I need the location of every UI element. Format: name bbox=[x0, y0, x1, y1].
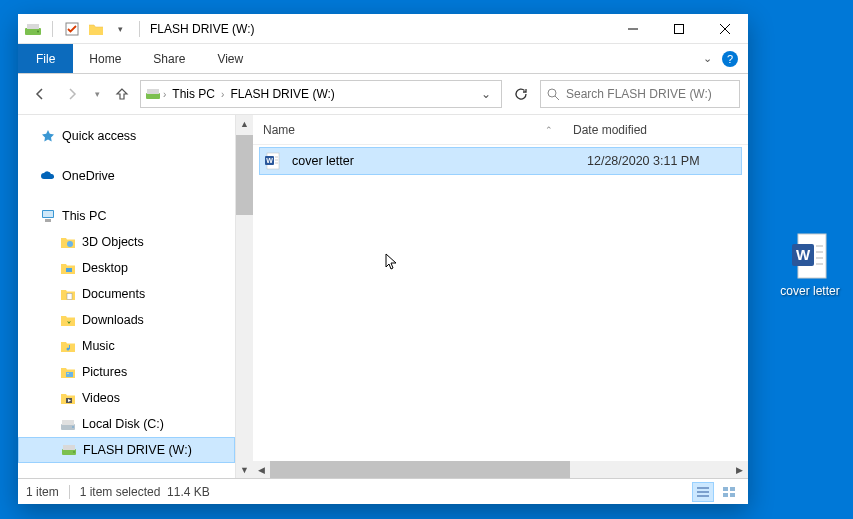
window-controls bbox=[610, 14, 748, 44]
sidebar-pictures[interactable]: Pictures bbox=[18, 359, 235, 385]
sidebar-item-label: OneDrive bbox=[62, 169, 115, 183]
folder-icon bbox=[60, 260, 76, 276]
svg-text:W: W bbox=[796, 246, 811, 263]
svg-point-21 bbox=[67, 372, 69, 374]
recent-dropdown-icon[interactable]: ▾ bbox=[90, 80, 104, 108]
svg-rect-17 bbox=[67, 293, 72, 299]
scroll-right-icon[interactable]: ▶ bbox=[731, 461, 748, 478]
sort-indicator-icon: ⌃ bbox=[545, 125, 553, 135]
file-tab[interactable]: File bbox=[18, 44, 73, 73]
help-button[interactable]: ? bbox=[722, 51, 738, 67]
up-button[interactable] bbox=[108, 80, 136, 108]
sidebar-3d-objects[interactable]: 3D Objects bbox=[18, 229, 235, 255]
svg-rect-19 bbox=[69, 345, 70, 349]
status-bar: 1 item 1 item selected 11.4 KB bbox=[18, 478, 748, 504]
sidebar-item-label: Videos bbox=[82, 391, 120, 405]
tab-share[interactable]: Share bbox=[137, 44, 201, 73]
drive-icon bbox=[61, 442, 77, 458]
breadcrumb-drive[interactable]: FLASH DRIVE (W:) bbox=[226, 87, 338, 101]
refresh-button[interactable] bbox=[506, 80, 536, 108]
column-date[interactable]: Date modified bbox=[573, 123, 748, 137]
svg-rect-24 bbox=[62, 420, 74, 425]
word-document-icon: W bbox=[790, 232, 830, 280]
tab-view[interactable]: View bbox=[201, 44, 259, 73]
view-switcher bbox=[692, 482, 740, 502]
sidebar-item-label: Music bbox=[82, 339, 115, 353]
details-view-button[interactable] bbox=[692, 482, 714, 502]
sidebar-videos[interactable]: Videos bbox=[18, 385, 235, 411]
explorer-body: Quick access OneDrive This PC 3D Objects bbox=[18, 114, 748, 478]
column-headers: Name ⌃ Date modified bbox=[253, 115, 748, 145]
sidebar-onedrive[interactable]: OneDrive bbox=[18, 163, 235, 189]
chevron-right-icon[interactable]: › bbox=[163, 89, 166, 100]
folder-icon bbox=[60, 312, 76, 328]
sidebar-downloads[interactable]: Downloads bbox=[18, 307, 235, 333]
sidebar-item-label: 3D Objects bbox=[82, 235, 144, 249]
folder-icon bbox=[60, 364, 76, 380]
computer-icon bbox=[40, 208, 56, 224]
status-item-count: 1 item bbox=[26, 485, 70, 499]
folder-icon bbox=[60, 286, 76, 302]
sidebar-item-label: Desktop bbox=[82, 261, 128, 275]
file-name: cover letter bbox=[292, 154, 587, 168]
svg-rect-16 bbox=[66, 268, 72, 272]
svg-rect-5 bbox=[675, 24, 684, 33]
sidebar-item-label: This PC bbox=[62, 209, 106, 223]
desktop-item[interactable]: W cover letter bbox=[770, 232, 850, 298]
sidebar-desktop[interactable]: Desktop bbox=[18, 255, 235, 281]
svg-point-10 bbox=[548, 89, 556, 97]
sidebar-item-label: FLASH DRIVE (W:) bbox=[83, 443, 192, 457]
qat-dropdown-icon[interactable]: ▾ bbox=[111, 20, 129, 38]
maximize-button[interactable] bbox=[656, 14, 702, 44]
sidebar-scrollbar[interactable]: ▲ ▼ bbox=[236, 115, 253, 478]
svg-point-25 bbox=[72, 426, 74, 428]
sidebar-item-label: Local Disk (C:) bbox=[82, 417, 164, 431]
sidebar-item-label: Pictures bbox=[82, 365, 127, 379]
desktop-item-label: cover letter bbox=[770, 284, 850, 298]
file-list[interactable]: W cover letter 12/28/2020 3:11 PM bbox=[253, 145, 748, 461]
thumbnails-view-button[interactable] bbox=[718, 482, 740, 502]
scroll-up-icon[interactable]: ▲ bbox=[236, 115, 253, 132]
breadcrumb-dropdown-icon[interactable]: ⌄ bbox=[475, 87, 497, 101]
scroll-thumb-h[interactable] bbox=[270, 461, 570, 478]
checkbox-icon[interactable] bbox=[63, 20, 81, 38]
minimize-button[interactable] bbox=[610, 14, 656, 44]
sidebar-music[interactable]: Music bbox=[18, 333, 235, 359]
word-document-icon: W bbox=[264, 152, 282, 170]
content-scrollbar-h[interactable]: ◀ ▶ bbox=[253, 461, 748, 478]
svg-rect-41 bbox=[730, 493, 735, 497]
sidebar-quick-access[interactable]: Quick access bbox=[18, 123, 235, 149]
breadcrumb[interactable]: › This PC › FLASH DRIVE (W:) ⌄ bbox=[140, 80, 502, 108]
window-title: FLASH DRIVE (W:) bbox=[150, 22, 254, 36]
sidebar-flash-drive[interactable]: FLASH DRIVE (W:) bbox=[18, 437, 235, 463]
svg-rect-39 bbox=[730, 487, 735, 491]
svg-rect-13 bbox=[43, 211, 53, 217]
back-button[interactable] bbox=[26, 80, 54, 108]
sidebar-this-pc[interactable]: This PC bbox=[18, 203, 235, 229]
column-name[interactable]: Name ⌃ bbox=[263, 123, 573, 137]
file-row[interactable]: W cover letter 12/28/2020 3:11 PM bbox=[259, 147, 742, 175]
cloud-icon bbox=[40, 168, 56, 184]
svg-point-15 bbox=[67, 241, 73, 247]
chevron-right-icon[interactable]: › bbox=[221, 89, 224, 100]
sidebar-local-disk[interactable]: Local Disk (C:) bbox=[18, 411, 235, 437]
folder-icon[interactable] bbox=[87, 20, 105, 38]
navigation-pane[interactable]: Quick access OneDrive This PC 3D Objects bbox=[18, 115, 236, 478]
scroll-left-icon[interactable]: ◀ bbox=[253, 461, 270, 478]
ribbon: File Home Share View ⌄ ? bbox=[18, 44, 748, 74]
sidebar-documents[interactable]: Documents bbox=[18, 281, 235, 307]
search-input[interactable]: Search FLASH DRIVE (W:) bbox=[540, 80, 740, 108]
ribbon-collapse-icon[interactable]: ⌄ bbox=[703, 52, 712, 65]
file-list-pane: Name ⌃ Date modified W cover letter 12/2… bbox=[253, 115, 748, 478]
folder-icon bbox=[60, 234, 76, 250]
svg-rect-1 bbox=[27, 24, 39, 29]
scroll-down-icon[interactable]: ▼ bbox=[236, 461, 253, 478]
star-icon bbox=[40, 128, 56, 144]
disk-icon bbox=[60, 416, 76, 432]
breadcrumb-this-pc[interactable]: This PC bbox=[168, 87, 219, 101]
file-explorer-window: ▾ FLASH DRIVE (W:) File Home Share View … bbox=[18, 14, 748, 504]
close-button[interactable] bbox=[702, 14, 748, 44]
scroll-thumb[interactable] bbox=[236, 135, 253, 215]
tab-home[interactable]: Home bbox=[73, 44, 137, 73]
forward-button[interactable] bbox=[58, 80, 86, 108]
